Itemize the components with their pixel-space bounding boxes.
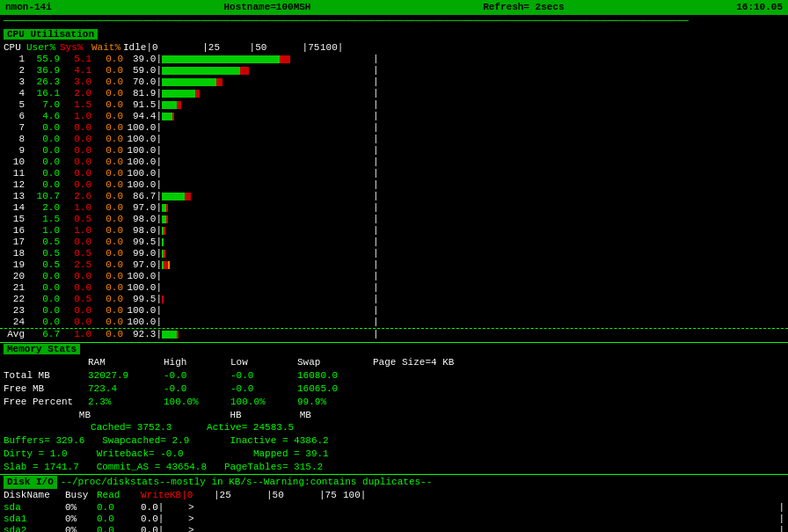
mem-slab-row: Slab = 1741.7 Commit_AS = 43654.8 PageTa…	[4, 461, 784, 474]
cpu-data-row: 1310.72.60.086.7||	[4, 191, 784, 202]
disk-data-row: sda10%0.00.0|>|	[4, 514, 784, 525]
col-hdr-idle: Idle|0	[123, 41, 162, 55]
mem-buffers: Buffers= 329.6	[4, 435, 84, 446]
mem-hdr-swap: Swap	[297, 356, 359, 369]
cpu-data-row: 110.00.00.0100.0||	[4, 168, 784, 179]
disk-hdr-name: DiskName	[4, 489, 65, 502]
cpu-data-row: 170.50.00.099.5||	[4, 237, 784, 248]
disk-hdr-50: |50	[237, 489, 290, 502]
cpu-data-row: 142.01.00.097.0||	[4, 202, 784, 214]
mem-hdr-high: High	[164, 356, 216, 369]
cpu-data-row: 190.52.50.097.0||	[4, 259, 784, 271]
mem-total-low: -0.0	[230, 369, 283, 383]
mem-commitas: Commit_AS = 43654.8	[97, 462, 207, 472]
mem-inactive: Inactive = 4386.2	[230, 435, 328, 446]
mem-mapped: Mapped = 39.1	[253, 448, 329, 459]
disk-rows: sda0%0.00.0|>|sda10%0.00.0|>|sda20%0.00.…	[0, 502, 788, 533]
cpu-data-row: 90.00.00.0100.0||	[4, 145, 784, 157]
header-left: nmon-14i	[5, 1, 52, 14]
disk-hdr-write: WriteKB|0	[141, 489, 185, 502]
cpu-data-row: 326.33.00.070.0||	[4, 77, 784, 88]
disk-hdr-25: |25	[185, 489, 237, 502]
disk-hdr-read: Read	[97, 489, 141, 502]
mem-free-row: Free MB 723.4 -0.0 -0.0 16065.0	[4, 383, 784, 396]
disk-col-headers: DiskName Busy Read WriteKB|0 |25 |50 |75…	[0, 489, 788, 502]
cpu-data-row: 57.01.50.091.5||	[4, 99, 784, 111]
mem-freepct-low: 100.0%	[230, 396, 283, 409]
mem-dirty: Dirty = 1.0	[4, 448, 68, 459]
memory-border: Memory Stats RAM High Low Swap Page Size…	[0, 342, 788, 474]
cpu-col-headers: CPU User% Sys% Wait% Idle|0 |25 |50 |75 …	[0, 41, 788, 55]
disk-section-header: Disk I/O --/proc/diskstats--mostly in KB…	[0, 476, 788, 489]
mem-hdr-pagesize: Page Size=4 KB	[373, 356, 454, 369]
mem-hdr-low: Low	[230, 356, 283, 369]
header-time: 16:10.05	[736, 1, 783, 14]
disk-subtitle: --/proc/diskstats--mostly in KB/s--Warni…	[61, 476, 432, 489]
disk-data-row: sda20%0.00.0|>|	[4, 525, 784, 533]
mem-free-ram: 723.4	[88, 383, 150, 396]
cpu-data-row: 200.00.00.0100.0||	[4, 271, 784, 282]
mem-total-ram: 32027.9	[88, 369, 150, 383]
col-hdr-50: |50	[215, 41, 267, 55]
col-hdr-75: |75	[267, 41, 320, 55]
cpu-avg-row-content: Avg6.71.00.092.3||	[4, 329, 784, 340]
cpu-data-row: 120.00.00.0100.0||	[4, 179, 784, 191]
mem-slab: Slab = 1741.7	[4, 462, 79, 472]
mem-free-swap: 16065.0	[297, 383, 359, 396]
cpu-data-row: 180.50.50.099.0||	[4, 248, 784, 259]
cpu-data-row: 151.50.50.098.0||	[4, 214, 784, 225]
disk-hdr-75: |75	[290, 489, 343, 502]
mem-free-low: -0.0	[230, 383, 283, 396]
mem-dirty-row: Dirty = 1.0 Writeback= -0.0 Mapped = 39.…	[4, 448, 784, 461]
mem-hdr-ram: RAM	[88, 356, 150, 369]
mem-total-row: Total MB 32027.9 -0.0 -0.0 16080.0	[4, 369, 784, 383]
mem-writeback: Writeback= -0.0	[97, 448, 184, 459]
disk-hdr-100: 100|	[343, 489, 366, 502]
cpu-data-row: 100.00.00.0100.0||	[4, 157, 784, 168]
disk-data-row: sda0%0.00.0|>|	[4, 502, 784, 514]
cpu-section-title: CPU Utilisation	[4, 29, 98, 40]
mem-headers-row: RAM High Low Swap Page Size=4 KB	[4, 356, 784, 369]
col-hdr-wait: Wait%	[91, 41, 123, 55]
top-dashes: ────────────────────────────────────────…	[0, 15, 788, 28]
cpu-avg-row: Avg6.71.00.092.3||	[0, 329, 788, 340]
disk-section: Disk I/O --/proc/diskstats--mostly in KB…	[0, 476, 788, 532]
col-hdr-sys: Sys%	[60, 41, 91, 55]
mem-pagetables: PageTables= 315.2	[224, 462, 323, 472]
cpu-data-row: 416.12.00.081.9||	[4, 88, 784, 99]
mem-mb-hdr: MB HB MB	[4, 409, 784, 422]
memory-section-title: Memory Stats	[4, 344, 80, 354]
cpu-data-row: 236.94.10.059.0||	[4, 65, 784, 77]
cpu-data-row: 80.00.00.0100.0||	[4, 134, 784, 145]
mem-swapcached: Swapcached= 2.9	[102, 435, 189, 446]
mem-free-high: -0.0	[164, 383, 216, 396]
mem-cached-row: Cached= 3752.3 Active= 24583.5	[4, 421, 784, 434]
mem-freepct-row: Free Percent 2.3% 100.0% 100.0% 99.9%	[4, 396, 784, 409]
header-refresh: Refresh= 2secs	[483, 1, 564, 14]
col-hdr-25: |25	[162, 41, 215, 55]
cpu-data-row: 70.00.00.0100.0||	[4, 122, 784, 134]
mem-freepct-swap: 99.9%	[297, 396, 359, 409]
mem-freepct-high: 100.0%	[164, 396, 216, 409]
mem-freepct-ram: 2.3%	[88, 396, 150, 409]
col-hdr-cpu: CPU	[4, 41, 26, 55]
col-hdr-100: 100|	[320, 41, 343, 55]
cpu-data-row: 230.00.00.0100.0||	[4, 305, 784, 317]
memory-section-header: Memory Stats	[0, 343, 788, 356]
cpu-data-row: 155.95.10.039.0||	[4, 54, 784, 65]
mem-total-high: -0.0	[164, 369, 216, 383]
disk-hdr-busy: Busy	[65, 489, 97, 502]
memory-content: RAM High Low Swap Page Size=4 KB Total M…	[0, 356, 788, 474]
header-hostname: Hostname=100MSH	[223, 1, 310, 14]
disk-section-title: Disk I/O	[4, 476, 57, 489]
cpu-data-row: 64.61.00.094.4||	[4, 111, 784, 122]
mem-buffers-row: Buffers= 329.6 Swapcached= 2.9 Inactive …	[4, 434, 784, 448]
cpu-data-row: 220.00.50.099.5||	[4, 294, 784, 305]
col-hdr-user: User%	[26, 41, 60, 55]
cpu-data-row: 240.00.00.0100.0||	[4, 317, 784, 328]
mem-active: Active= 24583.5	[207, 422, 294, 433]
header-bar: nmon-14i Hostname=100MSH Refresh= 2secs …	[0, 0, 788, 15]
cpu-data-row: 161.01.00.098.0||	[4, 225, 784, 237]
mem-cached: Cached= 3752.3	[91, 422, 171, 433]
cpu-data-row: 210.00.00.0100.0||	[4, 282, 784, 294]
